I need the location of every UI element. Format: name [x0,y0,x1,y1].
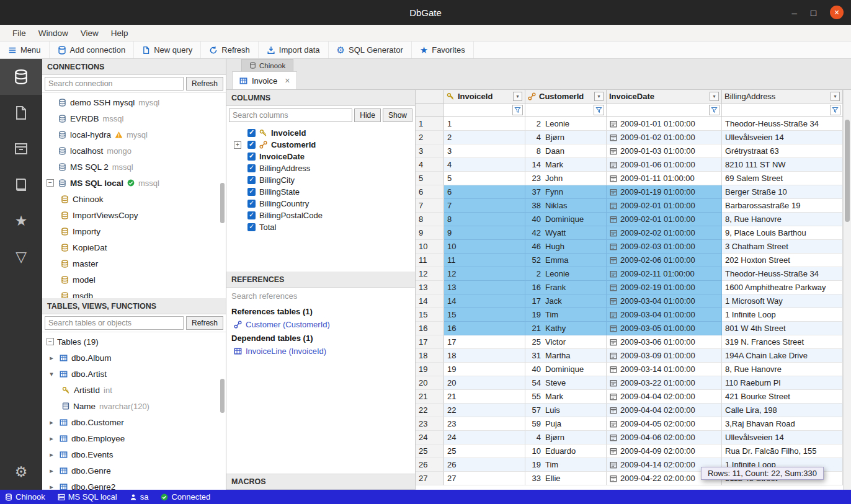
refresh-button[interactable]: Refresh [201,42,259,58]
cell-customerid[interactable]: 8Daan [525,144,607,158]
cell-invoiceid[interactable]: 9 [444,226,525,240]
cell-invoiceid[interactable]: 2 [444,131,525,144]
cell-customerid[interactable]: 19Tim [525,308,607,322]
hide-button[interactable]: Hide [354,108,381,122]
cell-billingaddress[interactable]: 202 Hoxton Street [722,254,843,267]
cell-invoicedate[interactable]: 2009-01-19 01:00:00 [607,185,722,199]
cell-billingaddress[interactable]: 801 W 4th Street [722,322,843,335]
cell-invoicedate[interactable]: 2009-04-04 02:00:00 [607,404,722,417]
cell-invoiceid[interactable]: 27 [444,472,525,485]
cell-invoicedate[interactable]: 2009-03-04 01:00:00 [607,294,722,308]
cell-invoicedate[interactable]: 2009-04-04 02:00:00 [607,390,722,404]
chevron-right-icon[interactable]: ▸ [47,418,56,427]
column-header-InvoiceId[interactable]: InvoiceId▾ [444,90,525,104]
column-menu-button[interactable]: ▾ [513,92,522,101]
cell-customerid[interactable]: 42Wyatt [525,226,607,240]
cell-billingaddress[interactable]: 8, Rue Hanovre [722,213,843,226]
cell-invoiceid[interactable]: 25 [444,444,525,458]
sidebar-tab-archive[interactable] [0,131,42,167]
row-number[interactable]: 6 [416,185,444,199]
tables-search-input[interactable] [45,316,184,330]
row-number[interactable]: 19 [416,363,444,376]
column-toggle-row[interactable]: BillingPostalCode [226,210,415,221]
new-query-button[interactable]: New query [134,42,201,58]
row-number[interactable]: 22 [416,404,444,417]
sidebar-tab-favorites[interactable]: ★ [0,203,42,239]
row-number[interactable]: 17 [416,335,444,349]
cell-billingaddress[interactable]: Ullevålsveien 14 [722,431,843,444]
cell-billingaddress[interactable]: 1600 Amphitheatre Parkway [722,281,843,294]
cell-customerid[interactable]: 59Puja [525,417,607,431]
row-number[interactable]: 2 [416,131,444,144]
table-item[interactable]: ▸dbo.Album [42,350,226,366]
import-data-button[interactable]: Import data [259,42,329,58]
row-number[interactable]: 14 [416,294,444,308]
connections-scrollbar[interactable] [220,183,225,223]
cell-billingaddress[interactable]: 9, Place Louis Barthou [722,226,843,240]
reference-link-invoiceline[interactable]: InvoiceLine (InvoiceId) [226,345,415,358]
cell-invoicedate[interactable]: 2009-04-06 02:00:00 [607,431,722,444]
menu-window[interactable]: Window [32,27,74,40]
menu-help[interactable]: Help [105,27,135,40]
tables-group[interactable]: −Tables (19) [42,334,226,350]
row-number[interactable]: 20 [416,376,444,390]
cell-invoicedate[interactable]: 2009-02-19 01:00:00 [607,281,722,294]
cell-invoiceid[interactable]: 11 [444,254,525,267]
cell-customerid[interactable]: 38Niklas [525,199,607,213]
column-toggle-row[interactable]: Total [226,221,415,233]
row-number[interactable]: 7 [416,199,444,213]
cell-customerid[interactable]: 46Hugh [525,240,607,254]
cell-invoicedate[interactable]: 2009-04-09 02:00:00 [607,444,722,458]
settings-button[interactable]: ⚙ [0,454,42,490]
table-item[interactable]: ▸dbo.Events [42,446,226,462]
cell-billingaddress[interactable]: 3 Chatham Street [722,240,843,254]
scrollbar-thumb[interactable] [845,120,850,222]
cell-invoicedate[interactable]: 2009-04-05 02:00:00 [607,417,722,431]
sidebar-tab-history[interactable] [0,167,42,203]
database-item[interactable]: model [42,272,226,288]
chevron-right-icon[interactable]: ▸ [47,483,56,490]
sidebar-tab-filters[interactable]: ▽ [0,239,42,275]
connection-item[interactable]: local-hydramysql [42,126,226,143]
cell-invoicedate[interactable]: 2009-03-06 01:00:00 [607,335,722,349]
cell-billingaddress[interactable]: Barbarossastraße 19 [722,199,843,213]
row-number[interactable]: 27 [416,472,444,485]
cell-customerid[interactable]: 4Bjørn [525,131,607,144]
menu-view[interactable]: View [74,27,105,40]
tables-scrollbar[interactable] [220,379,225,413]
column-menu-button[interactable]: ▾ [831,92,840,101]
column-checkbox[interactable] [247,211,256,219]
row-number[interactable]: 18 [416,349,444,363]
minimize-button[interactable]: – [792,8,797,17]
statusbar-database[interactable]: Chinook [5,492,45,502]
cell-invoiceid[interactable]: 22 [444,404,525,417]
column-item[interactable]: Namenvarchar(120) [42,398,226,414]
chevron-right-icon[interactable]: ▸ [47,451,56,459]
cell-customerid[interactable]: 25Victor [525,335,607,349]
column-checkbox[interactable] [247,223,256,231]
cell-invoicedate[interactable]: 2009-02-01 01:00:00 [607,213,722,226]
cell-invoicedate[interactable]: 2009-02-02 01:00:00 [607,226,722,240]
cell-customerid[interactable]: 54Steve [525,376,607,390]
cell-customerid[interactable]: 21Kathy [525,322,607,335]
table-item[interactable]: ▸dbo.Customer [42,414,226,430]
database-item[interactable]: ImportViewsCopy [42,207,226,223]
cell-customerid[interactable]: 55Mark [525,390,607,404]
row-number[interactable]: 4 [416,158,444,172]
cell-billingaddress[interactable]: Theodor-Heuss-Straße 34 [722,117,843,131]
menu-button[interactable]: Menu [0,42,50,58]
row-number[interactable]: 15 [416,308,444,322]
database-item[interactable]: KopieDat [42,239,226,255]
connections-search-input[interactable] [45,77,184,91]
cell-billingaddress[interactable]: 8, Rue Hanovre [722,363,843,376]
cell-invoiceid[interactable]: 8 [444,213,525,226]
cell-customerid[interactable]: 4Bjørn [525,431,607,444]
cell-customerid[interactable]: 2Leonie [525,267,607,281]
database-item[interactable]: Importy [42,223,226,239]
reference-link-customer[interactable]: Customer (CustomerId) [226,318,415,331]
row-number[interactable]: 26 [416,458,444,472]
row-number[interactable]: 5 [416,172,444,185]
cell-customerid[interactable]: 37Fynn [525,185,607,199]
cell-invoicedate[interactable]: 2009-03-22 01:00:00 [607,376,722,390]
cell-invoicedate[interactable]: 2009-02-11 01:00:00 [607,267,722,281]
